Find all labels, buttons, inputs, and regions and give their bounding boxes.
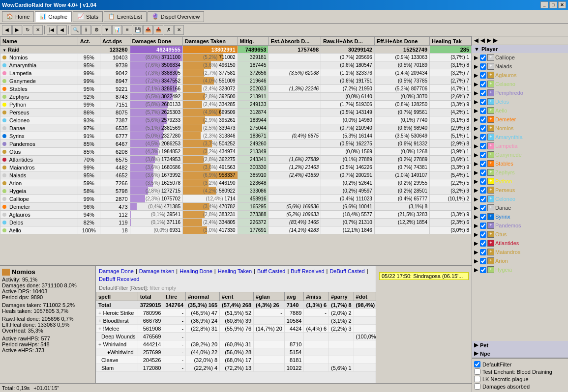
player-checkbox[interactable] (480, 205, 486, 211)
link-dmgtaken[interactable]: Damage taken (139, 268, 175, 274)
table-row[interactable]: Otus 85% 6208 (4,3%) 1984852 (3,2%) 4349… (0, 148, 472, 156)
table-row[interactable]: Lampetia 99% 9042 (7,3%) 3388305 (2,7%) … (0, 69, 472, 77)
export-button[interactable]: 📤 (143, 25, 153, 35)
tab-eventslist[interactable]: 📋 EventsList (104, 11, 147, 22)
player-list-item[interactable]: ▶ + Danae (472, 203, 568, 212)
player-list-item[interactable]: ▶ + Amarynthia (472, 133, 568, 141)
link-buffreceived[interactable]: Buff Received (291, 268, 324, 274)
list-button[interactable]: ≡ (122, 25, 132, 35)
chart-button[interactable]: 📊 (112, 25, 122, 35)
table-row[interactable]: Calliope 99% 2870 (2,3%) 1075702 (12,4%)… (0, 195, 472, 203)
first-button[interactable]: |◀ (47, 25, 57, 35)
close-filter-button[interactable]: ✕ (174, 25, 184, 35)
player-list-item[interactable]: ▶ + Calliope (472, 53, 568, 62)
player-list-item[interactable]: ▶ + Perseus (472, 186, 568, 195)
info-button[interactable]: ℹ (81, 25, 91, 35)
toolbar-icon-1[interactable]: ◀ (474, 37, 478, 43)
refresh-button[interactable]: ↻ (23, 25, 32, 35)
link-debuffreceived[interactable]: DeBuff Received (99, 276, 139, 282)
table-row[interactable]: Atlantides 70% 6575 (3,8%) 1734953 (2,8%… (0, 156, 472, 164)
detail-row[interactable]: Slam 172080 - (22,2%) 4 (72,2%) 13 10122… (96, 364, 376, 372)
detail-expand-btn[interactable]: + (98, 326, 101, 332)
pet-section-header[interactable]: ▶ Pet (472, 341, 568, 349)
stop-button[interactable]: ✕ (33, 25, 43, 35)
player-list-item[interactable]: ▶ + Pemphredo (472, 88, 568, 97)
table-row[interactable]: Maiandros 99% 4482 (3,6%) 1680686 (3,6%)… (0, 164, 472, 171)
player-checkbox[interactable] (480, 223, 486, 229)
table-row[interactable]: Naiads 95% 4652 (3,6%) 1673992 (6,9%) 95… (0, 171, 472, 179)
player-checkbox[interactable] (480, 125, 486, 132)
player-list-item[interactable]: ▶ + Aglauros (472, 71, 568, 80)
filter-checkbox[interactable] (474, 361, 480, 367)
import-button[interactable]: 📥 (153, 25, 163, 35)
player-list-item[interactable]: ▶ + Lampetia (472, 141, 568, 150)
player-list-item[interactable]: ▶ + Delos (472, 97, 568, 106)
prev-button[interactable]: ◀ (57, 25, 67, 35)
clear-button[interactable]: ✗ (164, 25, 174, 35)
tab-dispel[interactable]: 🔮 Dispel Overview (148, 11, 204, 22)
link-healingtaken[interactable]: Healing Taken (218, 268, 252, 274)
player-checkbox[interactable] (480, 143, 486, 149)
table-row[interactable]: Nomios 95% 10403 (8,0%) 3711100 (5,2%) 7… (0, 54, 472, 61)
player-checkbox[interactable] (480, 258, 486, 264)
table-row[interactable]: Demeter 96% 473 (0,4%) 471385 (3,4%) 470… (0, 203, 472, 211)
link-dmgdone[interactable]: Damage Done (99, 268, 134, 274)
player-checkbox[interactable] (480, 72, 486, 79)
detail-expand-btn[interactable]: + (98, 310, 101, 316)
filter-button[interactable]: ▼ (102, 25, 112, 35)
player-checkbox[interactable] (480, 249, 486, 255)
detail-row[interactable]: ♦Whirlwind 257699 - (44,0%) 22 (56,0%) 2… (96, 348, 376, 356)
player-checkbox[interactable] (480, 231, 486, 238)
player-checkbox[interactable] (480, 99, 486, 105)
player-list-item[interactable]: ▶ + Zephyrs (472, 168, 568, 177)
save-button[interactable]: 💾 (133, 25, 143, 35)
table-row[interactable]: Python 99% 7151 (5,8%) 2680133 (2,4%) 33… (0, 101, 472, 109)
table-row[interactable]: Arion 59% 7266 (3,5%) 1625078 (3,2%) 446… (0, 179, 472, 187)
zoom-in-button[interactable]: 🔍 (71, 25, 81, 35)
player-checkbox[interactable] (480, 178, 486, 185)
close-button[interactable]: ✕ (558, 1, 566, 8)
player-list-item[interactable]: ▶ + Atlantides (472, 239, 568, 248)
table-row[interactable]: Aglauros 94% 112 (0,1%) 39541 (2,8%) 383… (0, 211, 472, 219)
player-checkbox[interactable] (480, 214, 486, 220)
table-row[interactable]: Hygeia 58% 5798 (2,8%) 1272715 (4,2%) 58… (0, 187, 472, 195)
player-checkbox[interactable] (480, 63, 486, 70)
toolbar-icon-3[interactable]: ▶ (487, 37, 491, 43)
link-healingdone[interactable]: Healing Done (179, 268, 212, 274)
table-row[interactable]: Perseus 86% 8075 (5,7%) 2625303 (4,9%) 6… (0, 109, 472, 116)
player-list-item[interactable]: ▶ + Naiads (472, 62, 568, 71)
table-row[interactable]: Pandemos 85% 6467 (4,5%) 2086253 (3,7%) … (0, 140, 472, 148)
player-checkbox[interactable] (480, 55, 486, 61)
filter-checkbox[interactable] (474, 383, 480, 390)
maximize-button[interactable]: □ (549, 1, 557, 8)
table-row[interactable]: Amarynthia 95% 9739 (7,6%) 3506834 (3,6%… (0, 61, 472, 69)
filter-checkbox[interactable] (474, 368, 480, 375)
detail-row[interactable]: + Whirlwind 444214 - (39,2%) 20 (60,8%) … (96, 340, 376, 348)
detail-row[interactable]: + Heroic Strike 780996 - (46,5%) 47 (51,… (96, 309, 376, 317)
toolbar-icon-4[interactable]: ▶ (493, 37, 497, 43)
table-row[interactable]: Delos 82% 119 (0,1%) 37116 (2,4%) 334805… (0, 219, 472, 226)
detail-row[interactable]: + !Melee 561908 - (22,8%) 31 (55,9%) 76 … (96, 325, 376, 333)
detail-expand-btn[interactable]: + (98, 341, 101, 347)
player-list-item[interactable]: ▶ + Pandemos (472, 221, 568, 230)
player-list-item[interactable]: ▶ + Maiandros (472, 248, 568, 256)
player-checkbox[interactable] (480, 267, 486, 273)
player-list-item[interactable]: ▶ + Demeter (472, 115, 568, 124)
player-checkbox[interactable] (480, 169, 486, 176)
player-list-item[interactable]: ▶ + Python (472, 177, 568, 186)
link-buffcasted[interactable]: Buff Casted (257, 268, 285, 274)
detail-row[interactable]: + Bloodthirst 666789 - (36,9%) 24 (60,8%… (96, 317, 376, 325)
filter-reset-link[interactable]: [Reset] (129, 285, 147, 291)
detail-row[interactable]: Cleave 204526 - (32,0%) 8 (68,0%) 17 818… (96, 356, 376, 364)
minimize-button[interactable]: _ (540, 1, 548, 8)
table-row[interactable]: Stables 95% 9221 (7,1%) 3286166 (2,4%) 3… (0, 85, 472, 93)
player-list-item[interactable]: ▶ + Aello (472, 106, 568, 115)
forward-button[interactable]: ▶ (12, 25, 22, 35)
toolbar-icon-2[interactable]: ◀ (480, 37, 484, 43)
raid-row[interactable]: ▼ Raid 123260 46249555 13802991 74 (0, 46, 472, 54)
table-row[interactable]: Zephyrs 92% 8743 (6,5%) 3022492 (2,8%) 3… (0, 93, 472, 101)
player-list-item[interactable]: ▶ + Hygeia (472, 265, 568, 274)
detail-row[interactable]: Deep Wounds 476569 - (100,0%) (96, 333, 376, 340)
player-list-item[interactable]: ▶ + Arion (472, 256, 568, 265)
npc-section-header[interactable]: ▶ Npc (472, 349, 568, 358)
